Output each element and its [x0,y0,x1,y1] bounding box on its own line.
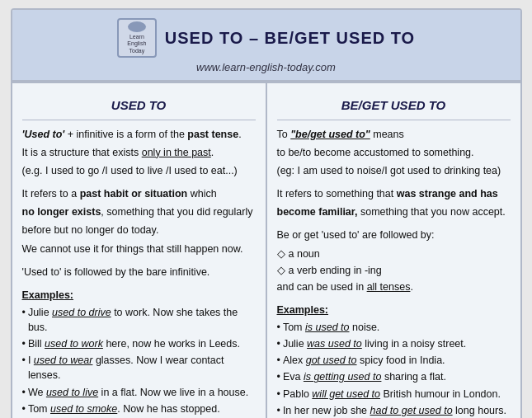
left-habit-line4: We cannot use it for things that still h… [22,242,256,256]
left-habit-line3: before but no longer do today. [22,223,256,237]
left-intro-line2: It is a structure that exists only in th… [22,145,256,160]
list-item: • Julie used to drive to work. Now she t… [22,305,256,335]
right-strange-line2: become familiar, something that you now … [277,204,511,219]
left-bare-inf: 'Used to' is followed by the bare infini… [22,265,256,279]
right-section-followed: Be or get 'used to' are followed by: ◇ a… [277,228,511,294]
header: Learn English Today USED TO – BE/GET USE… [12,10,520,82]
list-item: ◇ a noun [277,247,511,261]
list-item: • Eva is getting used to sharing a flat. [277,369,511,384]
left-column-header: USED TO [22,92,256,120]
bullet-icon: • [277,353,280,368]
left-examples-header: Examples: [22,288,256,303]
main-card: Learn English Today USED TO – BE/GET USE… [11,8,522,418]
used-to-label: 'Used to' [22,129,65,140]
website-label: www.learn-english-today.com [21,61,512,77]
right-examples-section: Examples: • Tom is used to noise. • Juli… [277,303,511,418]
bullet-icon: • [277,320,280,335]
left-intro-line3: (e.g. I used to go /I used to live /I us… [22,163,256,178]
right-all-tenses: and can be used in all tenses. [277,279,511,294]
list-item: ◇ a verb ending in -ing [277,263,511,278]
bullet-icon: • [22,353,26,383]
list-item: • We used to live in a flat. Now we live… [22,385,256,400]
right-section-meaning: To "be/get used to" means to be/to becom… [277,127,511,178]
diamond-icon: ◇ [277,263,285,278]
left-section-habit: It refers to a past habit or situation w… [22,186,256,256]
columns-container: USED TO 'Used to' + infinitive is a form… [12,82,520,418]
page-title: USED TO – BE/GET USED TO [165,29,415,48]
bullet-icon: • [22,305,26,335]
list-item: • Tom is used to noise. [277,320,511,335]
left-habit-line2: no longer exists, something that you did… [22,204,256,219]
bullet-icon: • [22,402,26,416]
list-item: • Bill used to work here, now he works i… [22,336,256,351]
list-item: • Julie was used to living in a noisy st… [277,336,511,351]
right-meaning-line3: (eg: I am used to noise/I got used to dr… [277,163,511,178]
right-examples-header: Examples: [277,303,511,317]
list-item: • In her new job she had to get used to … [277,403,511,418]
logo: Learn English Today [117,18,157,58]
left-examples-section: Examples: • Julie used to drive to work.… [22,288,256,418]
list-item: • Tom used to smoke. Now he has stopped. [22,402,256,416]
left-section-intro: 'Used to' + infinitive is a form of the … [22,127,256,178]
right-section-strange: It refers to something that was strange … [277,186,511,219]
list-item: • Pablo will get used to British humour … [277,387,511,402]
bullet-icon: • [22,385,26,400]
right-meaning-line2: to be/to become accustomed to something. [277,145,511,160]
bullet-icon: • [22,336,26,351]
bullet-icon: • [277,403,280,418]
left-habit-line1: It refers to a past habit or situation w… [22,186,256,201]
list-item: • I used to wear glasses. Now I wear con… [22,353,256,383]
logo-text: Learn English Today [120,34,153,54]
bullet-icon: • [277,387,280,402]
header-top: Learn English Today USED TO – BE/GET USE… [21,18,512,58]
right-column-header: BE/GET USED TO [277,92,511,120]
list-item: • Alex got used to spicy food in India. [277,353,511,368]
left-section-bare-inf: 'Used to' is followed by the bare infini… [22,265,256,279]
left-column: USED TO 'Used to' + infinitive is a form… [12,83,267,418]
bullet-icon: • [277,369,280,384]
right-followed-intro: Be or get 'used to' are followed by: [277,228,511,242]
diamond-icon: ◇ [277,247,285,261]
logo-circle [128,21,146,32]
right-column: BE/GET USED TO To "be/get used to" means… [267,83,520,418]
left-intro-line1: 'Used to' + infinitive is a form of the … [22,127,256,142]
right-meaning-line1: To "be/get used to" means [277,127,511,142]
bullet-icon: • [277,336,280,351]
right-strange-line1: It refers to something that was strange … [277,186,511,201]
